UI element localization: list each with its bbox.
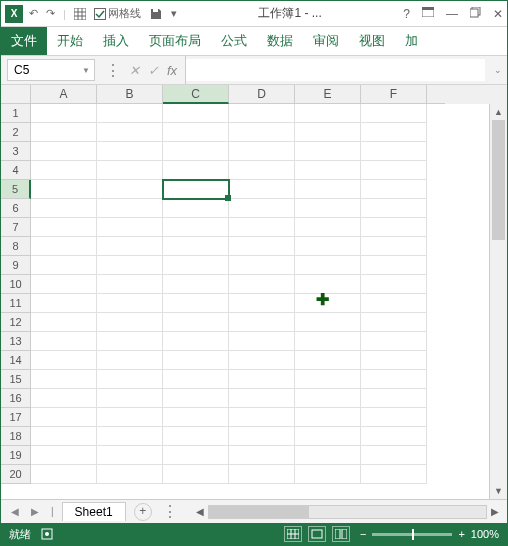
cell-E3[interactable] <box>295 142 361 161</box>
cell-D12[interactable] <box>229 313 295 332</box>
cell-A16[interactable] <box>31 389 97 408</box>
scroll-left-button[interactable]: ◀ <box>194 506 206 517</box>
row-header-13[interactable]: 13 <box>1 332 31 351</box>
cell-D8[interactable] <box>229 237 295 256</box>
cell-F10[interactable] <box>361 275 427 294</box>
page-layout-view-button[interactable] <box>308 526 326 542</box>
cell-D3[interactable] <box>229 142 295 161</box>
cell-B2[interactable] <box>97 123 163 142</box>
cell-C14[interactable] <box>163 351 229 370</box>
row-header-3[interactable]: 3 <box>1 142 31 161</box>
cell-C20[interactable] <box>163 465 229 484</box>
cell-E9[interactable] <box>295 256 361 275</box>
scroll-right-button[interactable]: ▶ <box>489 506 501 517</box>
cell-A12[interactable] <box>31 313 97 332</box>
cell-F13[interactable] <box>361 332 427 351</box>
close-button[interactable]: ✕ <box>493 7 503 21</box>
cell-B9[interactable] <box>97 256 163 275</box>
col-header-E[interactable]: E <box>295 85 361 104</box>
cell-B13[interactable] <box>97 332 163 351</box>
cell-E19[interactable] <box>295 446 361 465</box>
cell-A10[interactable] <box>31 275 97 294</box>
cell-F14[interactable] <box>361 351 427 370</box>
cell-F12[interactable] <box>361 313 427 332</box>
cell-D4[interactable] <box>229 161 295 180</box>
cell-F1[interactable] <box>361 104 427 123</box>
cell-D19[interactable] <box>229 446 295 465</box>
cell-C9[interactable] <box>163 256 229 275</box>
cell-B6[interactable] <box>97 199 163 218</box>
cell-B12[interactable] <box>97 313 163 332</box>
cancel-formula-button[interactable]: ✕ <box>129 63 140 78</box>
cell-D15[interactable] <box>229 370 295 389</box>
row-header-19[interactable]: 19 <box>1 446 31 465</box>
row-header-1[interactable]: 1 <box>1 104 31 123</box>
cell-C19[interactable] <box>163 446 229 465</box>
minimize-button[interactable]: — <box>446 7 458 21</box>
cell-F18[interactable] <box>361 427 427 446</box>
cell-D18[interactable] <box>229 427 295 446</box>
cell-A18[interactable] <box>31 427 97 446</box>
cell-F4[interactable] <box>361 161 427 180</box>
col-header-C[interactable]: C <box>163 85 229 104</box>
macro-record-button[interactable] <box>41 528 53 540</box>
cell-E4[interactable] <box>295 161 361 180</box>
cell-E15[interactable] <box>295 370 361 389</box>
cell-A6[interactable] <box>31 199 97 218</box>
cell-C16[interactable] <box>163 389 229 408</box>
tab-insert[interactable]: 插入 <box>93 27 139 55</box>
cell-E6[interactable] <box>295 199 361 218</box>
row-header-9[interactable]: 9 <box>1 256 31 275</box>
cell-A1[interactable] <box>31 104 97 123</box>
tab-page-layout[interactable]: 页面布局 <box>139 27 211 55</box>
cell-A3[interactable] <box>31 142 97 161</box>
hscroll-track[interactable] <box>208 505 487 519</box>
cell-C4[interactable] <box>163 161 229 180</box>
cell-E13[interactable] <box>295 332 361 351</box>
col-header-F[interactable]: F <box>361 85 427 104</box>
row-header-4[interactable]: 4 <box>1 161 31 180</box>
cell-D11[interactable] <box>229 294 295 313</box>
gridlines-checkbox[interactable]: 网格线 <box>94 6 141 21</box>
cell-D6[interactable] <box>229 199 295 218</box>
cell-B19[interactable] <box>97 446 163 465</box>
select-all-corner[interactable] <box>1 85 31 104</box>
tab-file[interactable]: 文件 <box>1 27 47 55</box>
tab-review[interactable]: 审阅 <box>303 27 349 55</box>
cell-C17[interactable] <box>163 408 229 427</box>
formula-more-button[interactable]: ⋮ <box>105 61 121 80</box>
cell-D5[interactable] <box>229 180 295 199</box>
cell-C8[interactable] <box>163 237 229 256</box>
cell-B17[interactable] <box>97 408 163 427</box>
cell-D7[interactable] <box>229 218 295 237</box>
cell-F17[interactable] <box>361 408 427 427</box>
cell-C3[interactable] <box>163 142 229 161</box>
ribbon-options-button[interactable] <box>422 7 434 21</box>
cell-F16[interactable] <box>361 389 427 408</box>
cell-C18[interactable] <box>163 427 229 446</box>
cell-F8[interactable] <box>361 237 427 256</box>
formula-input[interactable] <box>186 59 485 81</box>
cell-B3[interactable] <box>97 142 163 161</box>
cell-C6[interactable] <box>163 199 229 218</box>
tab-view[interactable]: 视图 <box>349 27 395 55</box>
cell-E16[interactable] <box>295 389 361 408</box>
expand-formula-bar-button[interactable]: ⌄ <box>489 56 507 84</box>
cell-B8[interactable] <box>97 237 163 256</box>
cell-E18[interactable] <box>295 427 361 446</box>
cell-B14[interactable] <box>97 351 163 370</box>
row-header-7[interactable]: 7 <box>1 218 31 237</box>
row-header-5[interactable]: 5 <box>1 180 31 199</box>
cell-C13[interactable] <box>163 332 229 351</box>
cell-B20[interactable] <box>97 465 163 484</box>
cell-A14[interactable] <box>31 351 97 370</box>
cell-F3[interactable] <box>361 142 427 161</box>
cell-B15[interactable] <box>97 370 163 389</box>
cell-C2[interactable] <box>163 123 229 142</box>
cell-E17[interactable] <box>295 408 361 427</box>
cell-B1[interactable] <box>97 104 163 123</box>
zoom-in-button[interactable]: + <box>458 528 464 540</box>
row-header-12[interactable]: 12 <box>1 313 31 332</box>
zoom-percentage[interactable]: 100% <box>471 528 499 540</box>
tab-data[interactable]: 数据 <box>257 27 303 55</box>
